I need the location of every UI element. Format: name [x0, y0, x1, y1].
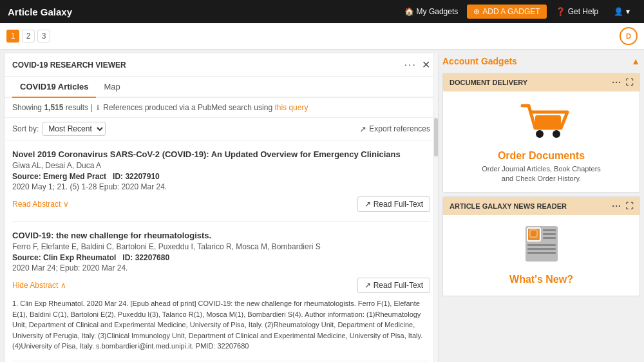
question-icon: ❓ — [556, 7, 565, 16]
doc-delivery-more-btn[interactable]: ··· — [612, 77, 621, 88]
articles-list: Novel 2019 Coronavirus SARS-CoV-2 (COVID… — [5, 140, 438, 362]
page-tab-3[interactable]: 3 — [37, 30, 50, 43]
article-authors-2: Ferro F, Elefante E, Baldini C, Bartolon… — [12, 242, 430, 251]
tab-covid19-articles[interactable]: COVID19 Articles — [12, 77, 96, 98]
article-date-2: 2020 Mar 24; Epub: 2020 Mar 24. — [12, 263, 430, 272]
app-title: Article Galaxy — [8, 6, 72, 17]
add-gadget-label: ADD A GADGET — [482, 7, 540, 16]
sort-by-label: Sort by: — [12, 124, 39, 133]
svg-rect-8 — [543, 237, 556, 239]
news-reader-header: ARTICLE GALAXY NEWS READER ··· ⛶ — [443, 197, 639, 215]
user-menu-btn[interactable]: 👤 ▾ — [607, 5, 636, 19]
news-reader-body: What's New? — [443, 215, 639, 296]
doc-delivery-body: Order Documents Order Journal Articles, … — [443, 91, 639, 192]
read-abstract-btn-1[interactable]: Read Abstract ∨ — [12, 200, 69, 209]
cart-icon — [513, 99, 571, 146]
page-tab-2[interactable]: 2 — [22, 30, 35, 43]
article-tab-bar: COVID19 Articles Map — [5, 77, 438, 98]
article-source-1: Source: Emerg Med Pract ID: 32207910 — [12, 172, 430, 181]
left-panel: COVID-19 RESEARCH VIEWER ··· ✕ COVID19 A… — [4, 53, 439, 362]
svg-rect-12 — [530, 230, 537, 237]
doc-delivery-title: DOCUMENT DELIVERY — [450, 79, 527, 86]
doc-delivery-desc: Order Journal Articles, Book Chaptersand… — [482, 164, 601, 184]
panel-menu-btn[interactable]: ··· — [404, 59, 417, 71]
page-tab-nums: 1 2 3 — [6, 30, 50, 43]
external-link-icon-2: ↗ — [365, 281, 371, 290]
page-tabs-bar: 1 2 3 D — [0, 23, 644, 50]
article-authors-1: Giwa AL, Desai A, Duca A — [12, 161, 430, 170]
panel-scrollbar-thumb — [434, 118, 438, 157]
main-layout: COVID-19 RESEARCH VIEWER ··· ✕ COVID19 A… — [0, 50, 644, 362]
sort-left: Sort by: Most Recent Relevance Date — [12, 122, 106, 136]
deepdyve-icon[interactable]: D — [620, 27, 638, 45]
chevron-down-icon: ▾ — [626, 7, 630, 16]
svg-rect-6 — [543, 229, 556, 231]
references-text: References produced via a PubMed search … — [103, 103, 274, 112]
news-reader-cta: What's New? — [509, 274, 573, 285]
doc-delivery-controls: ··· ⛶ — [612, 77, 633, 88]
read-fulltext-label-2: Read Full-Text — [374, 281, 423, 290]
article-actions-2: Hide Abstract ∧ ↗ Read Full-Text — [12, 278, 430, 293]
read-fulltext-label-1: Read Full-Text — [374, 200, 423, 209]
news-reader-card: ARTICLE GALAXY NEWS READER ··· ⛶ — [442, 196, 640, 296]
home-icon: 🏠 — [404, 7, 414, 16]
article-date-1: 2020 May 1; 21. (5) 1-28 Epub: 2020 Mar … — [12, 182, 430, 191]
right-panel: Account Gadgets ▲ DOCUMENT DELIVERY ··· … — [440, 50, 644, 362]
article-title-1: Novel 2019 Coronavirus SARS-CoV-2 (COVID… — [12, 149, 430, 159]
my-gadgets-label: My Gadgets — [417, 7, 459, 16]
export-label: Export references — [369, 124, 430, 133]
article-item-1: Novel 2019 Coronavirus SARS-CoV-2 (COVID… — [12, 140, 430, 222]
export-icon: ↗ — [359, 124, 366, 134]
article-title-2: COVID-19: the new challenge for rheumato… — [12, 231, 430, 240]
svg-rect-0 — [535, 115, 561, 127]
plus-icon: ⊕ — [473, 7, 480, 16]
doc-delivery-cta: Order Documents — [498, 150, 585, 162]
panel-title: COVID-19 RESEARCH VIEWER — [12, 61, 126, 70]
article-item-2: COVID-19: the new challenge for rheumato… — [12, 222, 430, 361]
get-help-label: Get Help — [568, 7, 598, 16]
this-query-link[interactable]: this query — [274, 103, 308, 112]
add-gadget-btn[interactable]: ⊕ ADD A GADGET — [467, 5, 546, 19]
panel-controls: ··· ✕ — [404, 59, 430, 71]
tab-map[interactable]: Map — [96, 77, 128, 98]
article-source-2: Source: Clin Exp Rheumatol ID: 32207680 — [12, 253, 430, 262]
svg-rect-9 — [527, 244, 556, 246]
doc-delivery-card: DOCUMENT DELIVERY ··· ⛶ — [442, 73, 640, 193]
my-gadgets-btn[interactable]: 🏠 My Gadgets — [398, 5, 465, 19]
showing-text: Showing — [12, 103, 44, 112]
account-gadgets-header: Account Gadgets ▲ — [442, 53, 640, 69]
news-reader-more-btn[interactable]: ··· — [612, 201, 621, 211]
sort-select[interactable]: Most Recent Relevance Date — [43, 122, 106, 136]
results-text: results | — [66, 103, 95, 112]
newspaper-icon — [516, 223, 567, 270]
svg-rect-11 — [527, 252, 556, 254]
close-btn[interactable]: ✕ — [422, 59, 430, 71]
news-reader-title: ARTICLE GALAXY NEWS READER — [450, 202, 567, 210]
svg-rect-7 — [543, 233, 556, 235]
account-gadgets-title: Account Gadgets — [442, 56, 517, 66]
news-reader-fullscreen-btn[interactable]: ⛶ — [625, 202, 633, 211]
svg-point-2 — [553, 130, 560, 138]
user-icon: 👤 — [614, 7, 623, 16]
read-fulltext-btn-1[interactable]: ↗ Read Full-Text — [357, 196, 430, 212]
article-actions-1: Read Abstract ∨ ↗ Read Full-Text — [12, 196, 430, 212]
svg-point-1 — [536, 130, 544, 138]
hide-abstract-btn-2[interactable]: Hide Abstract ∧ — [12, 281, 66, 290]
external-link-icon-1: ↗ — [365, 200, 371, 209]
doc-delivery-header: DOCUMENT DELIVERY ··· ⛶ — [443, 73, 639, 91]
export-references-btn[interactable]: ↗ Export references — [359, 124, 430, 134]
page-tab-1[interactable]: 1 — [6, 30, 19, 43]
info-icon: ℹ — [97, 104, 99, 111]
collapse-account-gadgets-btn[interactable]: ▲ — [631, 56, 640, 66]
panel-scrollbar[interactable] — [433, 53, 438, 362]
doc-delivery-fullscreen-btn[interactable]: ⛶ — [625, 78, 633, 87]
top-nav-actions: 🏠 My Gadgets ⊕ ADD A GADGET ❓ Get Help 👤… — [398, 5, 636, 19]
abstract-text-2: 1. Clin Exp Rheumatol. 2020 Mar 24. [Epu… — [12, 298, 430, 352]
get-help-btn[interactable]: ❓ Get Help — [549, 5, 605, 19]
sort-bar: Sort by: Most Recent Relevance Date ↗ Ex… — [5, 118, 438, 140]
results-info: Showing 1,515 results | ℹ References pro… — [5, 98, 438, 118]
read-fulltext-btn-2[interactable]: ↗ Read Full-Text — [357, 278, 430, 293]
svg-rect-10 — [527, 248, 556, 250]
top-nav: Article Galaxy 🏠 My Gadgets ⊕ ADD A GADG… — [0, 0, 644, 23]
panel-header: COVID-19 RESEARCH VIEWER ··· ✕ — [5, 53, 438, 77]
